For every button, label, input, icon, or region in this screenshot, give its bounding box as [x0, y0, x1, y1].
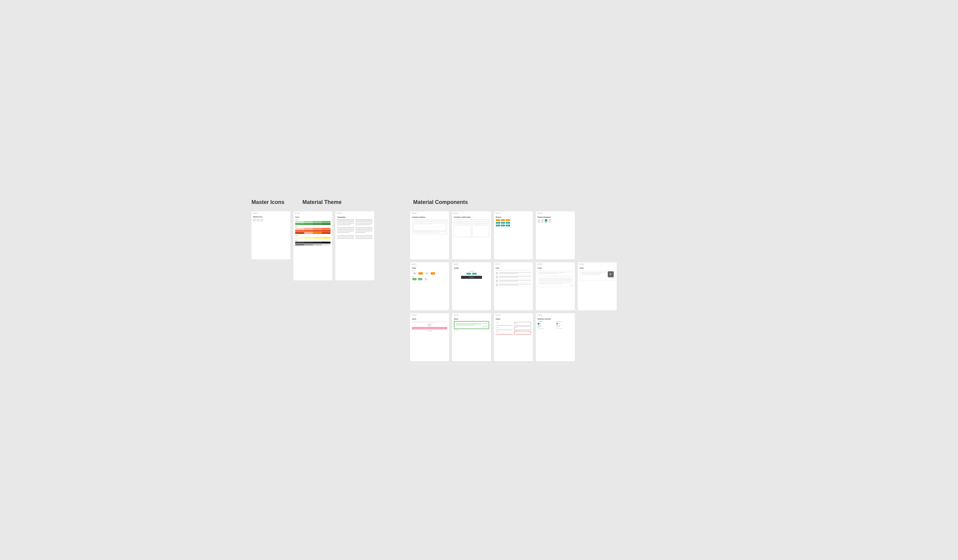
list-row-2 [496, 275, 531, 279]
color-label-dark: Dark [295, 240, 330, 241]
alert-side-label: Side sheet [454, 330, 489, 331]
swatch-row-4 [295, 230, 330, 232]
dot [455, 314, 457, 316]
buttons-content: Buttons Btn Btn Btn Btn Btn Btn [494, 215, 533, 229]
dot [415, 314, 416, 316]
dot [253, 213, 254, 214]
dot [412, 263, 413, 265]
card-line [581, 273, 602, 274]
list-row-4 [496, 283, 531, 287]
chip-basic-4: Chip [430, 272, 435, 274]
card2-action: More [612, 278, 614, 279]
dot [415, 263, 416, 265]
section-header: Master Icons Material Theme Material Com… [252, 199, 706, 205]
dot [499, 213, 500, 214]
mobile-tablet-title: Container mobile tablet [454, 216, 489, 218]
card-dots [536, 262, 575, 266]
list-row-3 [496, 279, 531, 283]
swatch-cell [295, 242, 304, 243]
device-line [455, 221, 470, 221]
left-cards: Master Icons Color [252, 211, 374, 280]
card-dots [410, 211, 449, 215]
input-outlined-label: Label [515, 322, 517, 324]
card-inputs[interactable]: Inputs Label Label [494, 313, 533, 361]
btn-teal-2: Btn [501, 222, 505, 224]
typo-line [355, 232, 366, 233]
radio-label: On [558, 323, 560, 324]
nav-item-1: Nav [538, 219, 540, 223]
card-master-icons[interactable]: Master Icons [252, 211, 290, 259]
radios-label: Radio Buttons [556, 321, 573, 322]
card-alerts-2[interactable]: Alerts OK Cancel Side [452, 313, 491, 361]
container-bar [413, 231, 446, 232]
cards1-content: Cards [536, 266, 575, 289]
nav-item-2: Nav [541, 219, 544, 223]
card-color[interactable]: Color Primary [293, 211, 332, 280]
card-buttons[interactable]: Buttons Btn Btn Btn Btn Btn Btn [494, 211, 533, 259]
btn-orange-1: Btn [496, 219, 500, 221]
checkbox-label: Disabled [540, 328, 544, 329]
card-alerts-1[interactable]: Alerts Alert OK C [410, 313, 449, 361]
typo-line [355, 231, 373, 232]
typo-line [337, 224, 351, 225]
list-avatar [496, 272, 498, 274]
tooltip-box: Tooltip text [461, 276, 482, 279]
card-line [581, 273, 604, 273]
container-bar [413, 232, 439, 233]
list-line [499, 281, 518, 281]
title-material-theme: Material Theme [302, 199, 342, 205]
input-outlined-error: Error [514, 331, 531, 335]
swatch-cell [322, 223, 331, 225]
list-line [499, 273, 518, 274]
cards1-title: Cards [538, 267, 573, 269]
card-container-mobile-tablet[interactable]: Container mobile tablet [452, 211, 491, 259]
card-preview-2: More [538, 276, 573, 287]
chips-title: Chips [412, 267, 447, 269]
card-selection-controls[interactable]: Selection Controls Checkboxes On [536, 313, 575, 361]
swatch-cell [304, 237, 313, 239]
dot [583, 263, 584, 265]
dot [339, 213, 340, 214]
card-line [539, 273, 558, 274]
color-label-primary: Primary [295, 219, 330, 221]
card-chips[interactable]: Chips Basic Chip Chip Chip Chip Tags [410, 262, 449, 310]
swatch-cell [295, 244, 304, 246]
tooltip-btn-1: Btn [466, 273, 471, 274]
typo-line [355, 223, 373, 224]
card-bottom-navigation[interactable]: Bottom Navigation Nav Nav [536, 211, 575, 259]
input-outlined-2: Label [514, 327, 531, 330]
card-typography[interactable]: Typography [335, 211, 374, 280]
typo-line [355, 235, 373, 236]
btn-orange-2: Btn [501, 219, 505, 221]
device-line [473, 225, 488, 226]
input-outlined-label: Label [515, 327, 517, 328]
chip-tag-2: Tag [418, 278, 422, 280]
card-dots [410, 313, 449, 317]
card-cards-2[interactable]: Cards S. [578, 262, 617, 310]
card-cards-1[interactable]: Cards [536, 262, 575, 310]
swatch-cell [322, 244, 331, 246]
card-lists[interactable]: Lists [494, 262, 533, 310]
typo-col-1 [337, 219, 354, 239]
dot [499, 314, 500, 316]
list-text [499, 276, 531, 278]
card-dots [494, 262, 533, 266]
bottom-nav-title: Bottom Navigation [538, 216, 573, 218]
typo-line [337, 235, 354, 236]
card-actions: More [539, 285, 572, 286]
btn-teal-3: Btn [506, 222, 510, 224]
icons-row [253, 219, 289, 221]
swatch-row-1 [295, 221, 330, 223]
alert-line [412, 321, 447, 322]
swatch-cell [304, 242, 313, 243]
card-container-desktop[interactable]: Container desktop [410, 211, 449, 259]
card-line [539, 284, 562, 284]
chip-basic-2: Chip [418, 272, 423, 274]
typo-line [337, 236, 354, 238]
swatch-cell [304, 244, 313, 246]
typo-line [337, 229, 354, 230]
swatch-cell [304, 230, 313, 232]
checkboxes-label: Checkboxes [538, 321, 554, 322]
card-dots [252, 211, 290, 215]
card-tooltip[interactable]: Tooltip Top enabled Btn Btn Tooltip text [452, 262, 491, 310]
